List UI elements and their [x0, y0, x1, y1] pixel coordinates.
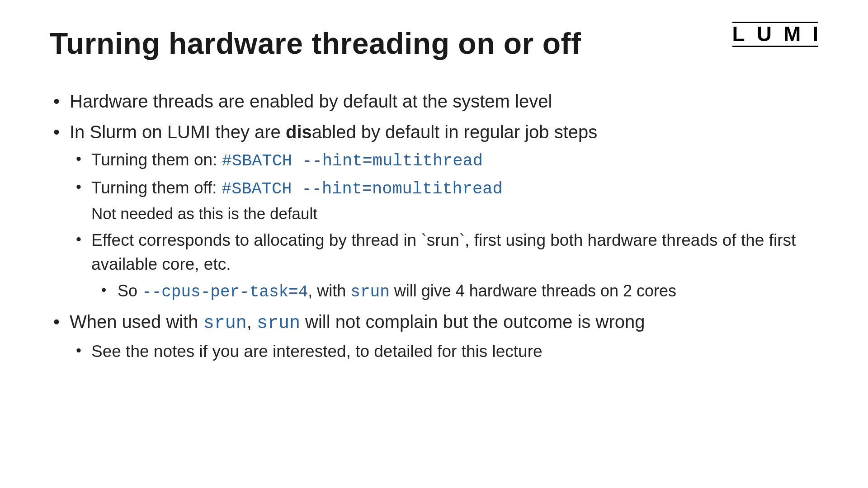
bullet-3-1: See the notes if you are interested, to …	[70, 339, 818, 364]
bullet-2-3-1-b: , with	[308, 282, 350, 300]
bullet-1-text: Hardware threads are enabled by default …	[70, 91, 552, 111]
bullet-2-3-sublist: So --cpus-per-task=4, with srun will giv…	[91, 279, 818, 304]
bullet-3-sublist: See the notes if you are interested, to …	[70, 339, 818, 364]
bullet-2-3-1-code2: srun	[350, 283, 389, 301]
bullet-3-code1: srun	[203, 313, 247, 333]
bullet-2-1-text: Turning them on:	[91, 150, 222, 169]
bullet-2-bold: dis	[286, 122, 312, 142]
bullet-2-3-1: So --cpus-per-task=4, with srun will giv…	[91, 279, 818, 304]
bullet-2-3-text: Effect corresponds to allocating by thre…	[91, 231, 796, 274]
bullet-2-1-code: #SBATCH --hint=multithread	[222, 151, 483, 170]
lumi-logo: LUMI	[732, 22, 818, 47]
bullet-2-text-c: abled by default in regular job steps	[312, 122, 598, 142]
bullet-2-2-code: #SBATCH --hint=nomultithread	[222, 179, 503, 198]
bullet-2-1: Turning them on: #SBATCH --hint=multithr…	[70, 148, 818, 174]
bullet-2: In Slurm on LUMI they are disabled by de…	[50, 119, 818, 305]
bullet-2-3-1-a: So	[118, 282, 142, 300]
bullet-3-a: When used with	[70, 312, 203, 332]
bullet-2-2-note: Not needed as this is the default	[91, 202, 818, 225]
bullet-2-sublist: Turning them on: #SBATCH --hint=multithr…	[70, 148, 818, 305]
bullet-3-c: will not complain but the outcome is wro…	[300, 312, 645, 332]
bullet-2-2-text: Turning them off:	[91, 178, 222, 197]
bullet-2-3-1-c: will give 4 hardware threads on 2 cores	[390, 282, 676, 300]
bullet-2-3-1-code1: --cpus-per-task=4	[142, 283, 308, 301]
bullet-3-code2: srun	[257, 313, 300, 333]
bullet-3-b: ,	[247, 312, 257, 332]
bullet-2-2: Turning them off: #SBATCH --hint=nomulti…	[70, 176, 818, 225]
bullet-3: When used with srun, srun will not compl…	[50, 309, 818, 364]
slide-title: Turning hardware threading on or off	[50, 27, 818, 60]
bullet-1: Hardware threads are enabled by default …	[50, 88, 818, 114]
bullet-list: Hardware threads are enabled by default …	[50, 88, 818, 364]
logo-text: LUMI	[732, 22, 830, 46]
bullet-2-text-a: In Slurm on LUMI they are	[70, 122, 286, 142]
slide: LUMI Turning hardware threading on or of…	[0, 0, 868, 488]
bullet-3-1-text: See the notes if you are interested, to …	[91, 342, 542, 361]
bullet-2-3: Effect corresponds to allocating by thre…	[70, 228, 818, 304]
